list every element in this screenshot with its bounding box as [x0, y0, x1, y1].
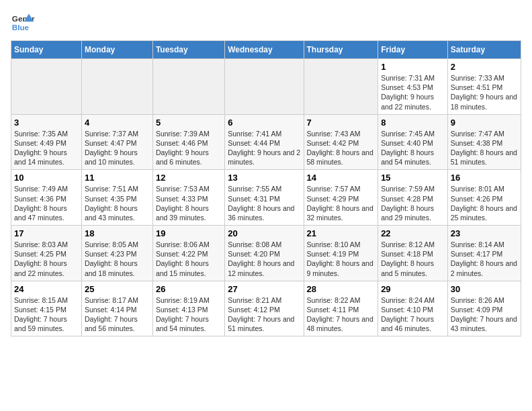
calendar-day-cell: 18Sunrise: 8:05 AM Sunset: 4:23 PM Dayli…: [81, 226, 152, 281]
calendar-week-row: 17Sunrise: 8:03 AM Sunset: 4:25 PM Dayli…: [11, 226, 521, 281]
calendar-day-cell: [11, 59, 82, 115]
day-number: 3: [14, 118, 79, 128]
calendar-day-cell: 22Sunrise: 8:12 AM Sunset: 4:18 PM Dayli…: [378, 226, 448, 281]
day-of-week-header: Friday: [378, 41, 448, 59]
day-info: Sunrise: 7:49 AM Sunset: 4:36 PM Dayligh…: [14, 184, 79, 222]
day-of-week-header: Tuesday: [152, 41, 224, 59]
day-number: 17: [14, 228, 79, 238]
day-info: Sunrise: 7:43 AM Sunset: 4:42 PM Dayligh…: [307, 129, 375, 167]
day-of-week-header: Sunday: [11, 41, 82, 59]
calendar-day-cell: 10Sunrise: 7:49 AM Sunset: 4:36 PM Dayli…: [11, 170, 82, 226]
logo: General Blue: [11, 11, 35, 35]
day-info: Sunrise: 8:12 AM Sunset: 4:18 PM Dayligh…: [381, 240, 445, 278]
day-info: Sunrise: 8:22 AM Sunset: 4:11 PM Dayligh…: [307, 295, 375, 334]
calendar-table: SundayMondayTuesdayWednesdayThursdayFrid…: [11, 40, 521, 336]
calendar-day-cell: 13Sunrise: 7:55 AM Sunset: 4:31 PM Dayli…: [225, 170, 304, 226]
logo-icon: General Blue: [11, 11, 35, 35]
day-number: 15: [381, 173, 445, 183]
calendar-day-cell: [225, 59, 304, 115]
day-number: 16: [451, 173, 518, 183]
day-number: 21: [307, 228, 375, 238]
day-number: 30: [451, 284, 518, 294]
calendar-day-cell: 11Sunrise: 7:51 AM Sunset: 4:35 PM Dayli…: [81, 170, 152, 226]
calendar-day-cell: 28Sunrise: 8:22 AM Sunset: 4:11 PM Dayli…: [304, 281, 378, 336]
calendar-day-cell: 20Sunrise: 8:08 AM Sunset: 4:20 PM Dayli…: [225, 226, 304, 281]
day-of-week-header: Monday: [81, 41, 152, 59]
day-info: Sunrise: 8:26 AM Sunset: 4:09 PM Dayligh…: [451, 295, 518, 334]
day-number: 20: [228, 228, 300, 238]
day-number: 8: [381, 118, 445, 128]
day-number: 12: [156, 173, 222, 183]
calendar-day-cell: 27Sunrise: 8:21 AM Sunset: 4:12 PM Dayli…: [225, 281, 304, 336]
day-number: 4: [85, 118, 150, 128]
calendar-day-cell: 25Sunrise: 8:17 AM Sunset: 4:14 PM Dayli…: [81, 281, 152, 336]
day-info: Sunrise: 7:39 AM Sunset: 4:46 PM Dayligh…: [156, 129, 222, 167]
day-info: Sunrise: 8:24 AM Sunset: 4:10 PM Dayligh…: [381, 295, 445, 334]
calendar-day-cell: 8Sunrise: 7:45 AM Sunset: 4:40 PM Daylig…: [378, 114, 448, 170]
calendar-day-cell: 21Sunrise: 8:10 AM Sunset: 4:19 PM Dayli…: [304, 226, 378, 281]
calendar-day-cell: [152, 59, 224, 115]
day-number: 22: [381, 228, 445, 238]
day-of-week-header: Wednesday: [225, 41, 304, 59]
day-number: 24: [14, 284, 79, 294]
calendar-day-cell: 2Sunrise: 7:33 AM Sunset: 4:51 PM Daylig…: [447, 59, 521, 115]
day-info: Sunrise: 7:45 AM Sunset: 4:40 PM Dayligh…: [381, 129, 445, 167]
calendar-day-cell: 9Sunrise: 7:47 AM Sunset: 4:38 PM Daylig…: [447, 114, 521, 170]
svg-text:Blue: Blue: [12, 23, 30, 32]
day-info: Sunrise: 8:05 AM Sunset: 4:23 PM Dayligh…: [85, 240, 150, 278]
day-number: 28: [307, 284, 375, 294]
calendar-week-row: 1Sunrise: 7:31 AM Sunset: 4:53 PM Daylig…: [11, 59, 521, 115]
day-info: Sunrise: 8:10 AM Sunset: 4:19 PM Dayligh…: [307, 240, 375, 278]
day-info: Sunrise: 8:08 AM Sunset: 4:20 PM Dayligh…: [228, 240, 300, 278]
day-info: Sunrise: 7:41 AM Sunset: 4:44 PM Dayligh…: [228, 129, 300, 167]
day-info: Sunrise: 8:19 AM Sunset: 4:13 PM Dayligh…: [156, 295, 222, 334]
day-number: 10: [14, 173, 79, 183]
day-info: Sunrise: 8:03 AM Sunset: 4:25 PM Dayligh…: [14, 240, 79, 278]
calendar-day-cell: 29Sunrise: 8:24 AM Sunset: 4:10 PM Dayli…: [378, 281, 448, 336]
calendar-day-cell: 6Sunrise: 7:41 AM Sunset: 4:44 PM Daylig…: [225, 114, 304, 170]
day-number: 2: [451, 62, 518, 72]
day-info: Sunrise: 7:53 AM Sunset: 4:33 PM Dayligh…: [156, 184, 222, 222]
calendar-header: SundayMondayTuesdayWednesdayThursdayFrid…: [11, 41, 521, 59]
day-number: 23: [451, 228, 518, 238]
day-of-week-header: Saturday: [447, 41, 521, 59]
day-number: 25: [85, 284, 150, 294]
day-info: Sunrise: 7:37 AM Sunset: 4:47 PM Dayligh…: [85, 129, 150, 167]
header-row: SundayMondayTuesdayWednesdayThursdayFrid…: [11, 41, 521, 59]
day-info: Sunrise: 8:21 AM Sunset: 4:12 PM Dayligh…: [228, 295, 300, 334]
calendar-day-cell: 5Sunrise: 7:39 AM Sunset: 4:46 PM Daylig…: [152, 114, 224, 170]
day-info: Sunrise: 7:51 AM Sunset: 4:35 PM Dayligh…: [85, 184, 150, 222]
calendar-day-cell: 4Sunrise: 7:37 AM Sunset: 4:47 PM Daylig…: [81, 114, 152, 170]
calendar-day-cell: 7Sunrise: 7:43 AM Sunset: 4:42 PM Daylig…: [304, 114, 378, 170]
day-number: 18: [85, 228, 150, 238]
day-number: 29: [381, 284, 445, 294]
calendar-day-cell: [81, 59, 152, 115]
day-info: Sunrise: 7:35 AM Sunset: 4:49 PM Dayligh…: [14, 129, 79, 167]
day-number: 7: [307, 118, 375, 128]
calendar-day-cell: [304, 59, 378, 115]
day-info: Sunrise: 8:17 AM Sunset: 4:14 PM Dayligh…: [85, 295, 150, 334]
day-number: 6: [228, 118, 300, 128]
day-info: Sunrise: 8:01 AM Sunset: 4:26 PM Dayligh…: [451, 184, 518, 222]
day-info: Sunrise: 7:59 AM Sunset: 4:28 PM Dayligh…: [381, 184, 445, 222]
calendar-week-row: 10Sunrise: 7:49 AM Sunset: 4:36 PM Dayli…: [11, 170, 521, 226]
day-number: 19: [156, 228, 222, 238]
day-info: Sunrise: 8:15 AM Sunset: 4:15 PM Dayligh…: [14, 295, 79, 334]
calendar-day-cell: 17Sunrise: 8:03 AM Sunset: 4:25 PM Dayli…: [11, 226, 82, 281]
day-number: 27: [228, 284, 300, 294]
calendar-day-cell: 16Sunrise: 8:01 AM Sunset: 4:26 PM Dayli…: [447, 170, 521, 226]
day-number: 13: [228, 173, 300, 183]
day-info: Sunrise: 7:33 AM Sunset: 4:51 PM Dayligh…: [451, 73, 518, 111]
calendar-day-cell: 1Sunrise: 7:31 AM Sunset: 4:53 PM Daylig…: [378, 59, 448, 115]
day-number: 5: [156, 118, 222, 128]
day-number: 14: [307, 173, 375, 183]
calendar-day-cell: 26Sunrise: 8:19 AM Sunset: 4:13 PM Dayli…: [152, 281, 224, 336]
calendar-day-cell: 30Sunrise: 8:26 AM Sunset: 4:09 PM Dayli…: [447, 281, 521, 336]
day-number: 26: [156, 284, 222, 294]
calendar-day-cell: 3Sunrise: 7:35 AM Sunset: 4:49 PM Daylig…: [11, 114, 82, 170]
day-of-week-header: Thursday: [304, 41, 378, 59]
calendar-body: 1Sunrise: 7:31 AM Sunset: 4:53 PM Daylig…: [11, 59, 521, 336]
calendar-week-row: 3Sunrise: 7:35 AM Sunset: 4:49 PM Daylig…: [11, 114, 521, 170]
day-number: 1: [381, 62, 445, 72]
day-info: Sunrise: 7:31 AM Sunset: 4:53 PM Dayligh…: [381, 73, 445, 111]
